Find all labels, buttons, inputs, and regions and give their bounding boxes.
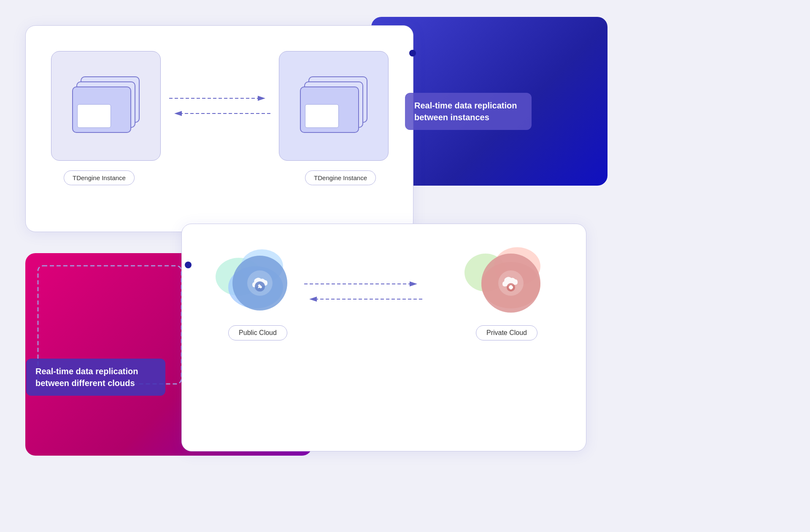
svg-marker-3 [174, 111, 182, 116]
arrows-area [169, 89, 270, 123]
private-cloud-item: Private Cloud [460, 245, 553, 340]
public-cloud-label: Public Cloud [228, 325, 287, 340]
dot-node-top [409, 50, 416, 57]
cloud-edit-icon [246, 270, 273, 297]
card-layer [72, 86, 131, 133]
instance-box-2 [279, 51, 389, 161]
stacked-cards-2 [300, 76, 367, 135]
stacked-cards-1 [72, 76, 140, 135]
card-top: TDengine Instance [25, 25, 413, 232]
public-cloud-item: Public Cloud [216, 245, 300, 340]
instance-label-2: TDengine Instance [305, 170, 376, 185]
card-layer [300, 86, 359, 133]
cloud-section-inner: Public Cloud [203, 245, 566, 405]
public-cloud-icon [216, 245, 300, 321]
instance-box-1 [51, 51, 161, 161]
public-cloud-main-circle [232, 256, 287, 311]
svg-marker-8 [410, 281, 417, 286]
card-bottom: Public Cloud [181, 224, 586, 451]
card-window [305, 104, 339, 128]
private-cloud-icon [460, 245, 553, 321]
svg-marker-1 [258, 96, 265, 101]
arrows-svg [169, 89, 270, 123]
svg-marker-10 [309, 297, 317, 302]
cloud-arrows [304, 275, 422, 308]
card-window [77, 104, 111, 128]
dot-node-bottom [185, 262, 192, 268]
private-cloud-label: Private Cloud [476, 325, 537, 340]
private-cloud-main-circle [481, 254, 540, 313]
svg-rect-14 [509, 286, 513, 289]
cloud-arrows-svg [304, 275, 422, 308]
scene: TDengine Instance [0, 0, 810, 532]
cloud-plus-icon [497, 270, 524, 297]
tooltip-bottom-left: Real-time data replication between diffe… [26, 359, 165, 396]
instance-label-1: TDengine Instance [64, 170, 135, 185]
tooltip-top-right: Real-time data replication between insta… [405, 93, 532, 130]
